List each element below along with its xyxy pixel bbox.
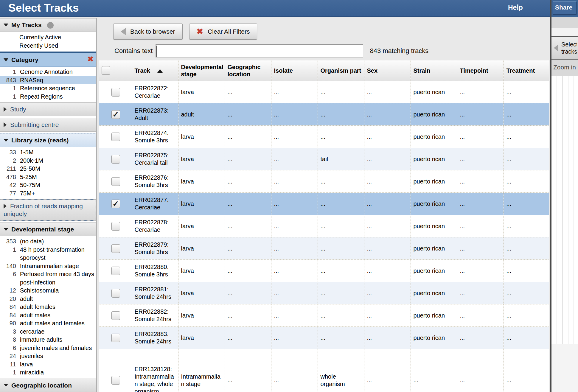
column-header-track[interactable]: Track	[132, 60, 178, 81]
track-row[interactable]: ERR022878: Cercariaelarva............pue…	[99, 215, 549, 237]
track-row[interactable]: ERR022881: Somule 24hrslarva............…	[99, 282, 549, 304]
track-checkbox[interactable]	[111, 311, 120, 320]
row-checkbox-cell	[99, 103, 132, 126]
facet-item-schistosomula[interactable]: 12 Schistosomula	[0, 287, 96, 295]
cell-isolate: ...	[271, 349, 318, 392]
facet-item-200k-1m[interactable]: 2 200k-1M	[0, 157, 96, 165]
share-button[interactable]: Share	[553, 1, 577, 15]
track-row[interactable]: ERR022874: Somule 3hrslarva............p…	[99, 126, 549, 148]
select-tracks-button[interactable]: Select tracks	[551, 36, 578, 60]
facet-item-adult-males[interactable]: 84 adult males	[0, 311, 96, 320]
sidebar-item-recently-used[interactable]: Recently Used	[0, 41, 96, 50]
track-row[interactable]: ERR022879: Somule 3hrslarva............p…	[99, 237, 549, 260]
facet-item-label: cercariae	[20, 328, 46, 336]
column-header-timepoint[interactable]: Timepoint	[457, 60, 504, 81]
facet-header-fraction-of-reads-mapping-uniquely[interactable]: Fraction of reads mapping uniquely	[0, 199, 96, 221]
facet-item-adult-males-and-females[interactable]: 90 adult males and females	[0, 319, 96, 328]
facet-header-library-size-reads-[interactable]: Library size (reads)	[0, 133, 96, 147]
track-checkbox[interactable]	[111, 110, 120, 119]
track-checkbox[interactable]	[111, 222, 120, 231]
track-checkbox[interactable]	[111, 376, 120, 385]
genome-browser-panel: Share Select tracks Zoom in	[550, 0, 578, 392]
facet-item-rnaseq[interactable]: 843 RNASeq	[0, 76, 96, 85]
track-checkbox[interactable]	[111, 200, 120, 208]
facet-item-intramammalian-stage[interactable]: 140 Intramammalian stage	[0, 262, 96, 270]
facet-header-category[interactable]: Category✖	[0, 52, 96, 67]
clear-facet-icon[interactable]: ✖	[87, 55, 94, 63]
track-row[interactable]: ERR022880: Somule 3hrslarva............p…	[99, 260, 549, 282]
cell-strain: puerto rican	[411, 237, 457, 260]
row-checkbox-cell	[99, 304, 132, 327]
facet-item-count: 84	[0, 303, 16, 311]
track-row[interactable]: ERR1328128: Intramammalian stage, whole …	[99, 349, 549, 392]
contains-text-label: Contains text	[114, 47, 153, 55]
facet-item-adult[interactable]: 20 adult	[0, 295, 96, 303]
cell-sex: ...	[364, 148, 411, 170]
track-checkbox[interactable]	[111, 267, 120, 275]
track-checkbox[interactable]	[111, 334, 120, 342]
cell-isolate: ...	[271, 126, 318, 148]
column-header-strain[interactable]: Strain	[411, 60, 457, 81]
facet-item-genome-annotation[interactable]: 1 Genome Annotation	[0, 68, 96, 76]
facet-item-repeat-regions[interactable]: 1 Repeat Regions	[0, 93, 96, 101]
column-header-isolate[interactable]: Isolate	[271, 60, 318, 81]
facet-header-developmental-stage[interactable]: Developmental stage	[0, 223, 96, 236]
facet-header-my-tracks[interactable]: My Tracks	[0, 18, 96, 32]
facet-item-juveniles[interactable]: 24 juveniles	[0, 352, 96, 360]
track-checkbox[interactable]	[111, 289, 120, 298]
facet-header-study[interactable]: Study	[0, 102, 96, 116]
track-row[interactable]: ERR022876: Somule 3hrslarva............p…	[99, 170, 549, 193]
facet-item-label: adult	[20, 295, 34, 303]
facet-item-75m-[interactable]: 77 75M+	[0, 189, 96, 198]
facet-item-larva[interactable]: 11 larva	[0, 360, 96, 369]
column-header-developmental-stage[interactable]: Developmental stage	[178, 60, 225, 81]
chevron-right-icon	[4, 204, 7, 209]
track-checkbox[interactable]	[111, 133, 120, 141]
facet-item--no-data-[interactable]: 353 (no data)	[0, 237, 96, 246]
track-row[interactable]: ERR022872: Cercariaelarva............pue…	[99, 81, 549, 103]
facet-header-label: Category	[11, 56, 38, 63]
column-header-label: Sex	[367, 67, 378, 74]
facet-item-1-5m[interactable]: 33 1-5M	[0, 148, 96, 157]
cell-track: ERR1328128: Intramammalian stage, whole …	[132, 349, 178, 392]
select-all-checkbox[interactable]	[102, 66, 110, 75]
track-row[interactable]: ERR022875: Cercarial taillarva......tail…	[99, 148, 549, 170]
cell-isolate: ...	[271, 327, 318, 349]
track-checkbox[interactable]	[111, 177, 120, 186]
track-row[interactable]: ERR022873: Adultadult............puerto …	[99, 103, 549, 126]
facet-item-adult-females[interactable]: 84 adult females	[0, 303, 96, 311]
column-header-organism-part[interactable]: Organism part	[318, 60, 364, 81]
facet-item-miracidia[interactable]: 1 miracidia	[0, 368, 96, 377]
help-link[interactable]: Help	[508, 4, 523, 12]
facet-item-immature-adults[interactable]: 8 immature adults	[0, 336, 96, 344]
cell-track: ERR022881: Somule 24hrs	[132, 282, 178, 304]
track-checkbox[interactable]	[111, 155, 120, 164]
back-to-browser-button[interactable]: Back to browser	[113, 24, 183, 40]
track-row[interactable]: ERR022882: Somule 24hrslarva............…	[99, 304, 549, 327]
facet-item-50-75m[interactable]: 42 50-75M	[0, 181, 96, 189]
row-checkbox-cell	[99, 193, 132, 215]
cell-isolate: ...	[271, 193, 318, 215]
facet-header-submitting-centre[interactable]: Submitting centre	[0, 118, 96, 132]
track-checkbox[interactable]	[111, 244, 120, 253]
contains-text-input[interactable]	[156, 44, 363, 57]
facet-item-cercariae[interactable]: 3 cercariae	[0, 328, 96, 336]
facet-item-reference-sequence[interactable]: 1 Reference sequence	[0, 84, 96, 93]
facet-item-label: RNASeq	[20, 76, 44, 85]
cell-track: ERR022872: Cercariae	[132, 81, 178, 103]
track-checkbox[interactable]	[111, 88, 120, 97]
facet-item-48-h-post-transformation-sporocyst[interactable]: 1 48 h post-transformation sporocyst	[0, 246, 96, 262]
facet-item-5-25m[interactable]: 478 5-25M	[0, 173, 96, 181]
facet-header-geographic-location[interactable]: Geographic location	[0, 379, 96, 392]
column-header-sex[interactable]: Sex	[364, 60, 411, 81]
facet-item-perfused-from-mice-43-days-post-infection[interactable]: 6 Perfused from mice 43 days post-infect…	[0, 270, 96, 287]
clear-all-filters-button[interactable]: ✖ Clear All Filters	[189, 24, 257, 40]
zoom-ruler[interactable]	[551, 76, 578, 344]
column-header-geographic-location[interactable]: Geographic location	[225, 60, 271, 81]
facet-item-juvenile-males-and-females[interactable]: 6 juvenile males and females	[0, 344, 96, 352]
track-row[interactable]: ERR022877: Cercariaelarva............pue…	[99, 193, 549, 215]
sidebar-item-currently-active[interactable]: Currently Active	[0, 33, 96, 41]
track-row[interactable]: ERR022883: Somule 24hrslarva............…	[99, 327, 549, 349]
column-header-treatment[interactable]: Treatment	[504, 60, 549, 81]
facet-item-25-50m[interactable]: 211 25-50M	[0, 165, 96, 173]
